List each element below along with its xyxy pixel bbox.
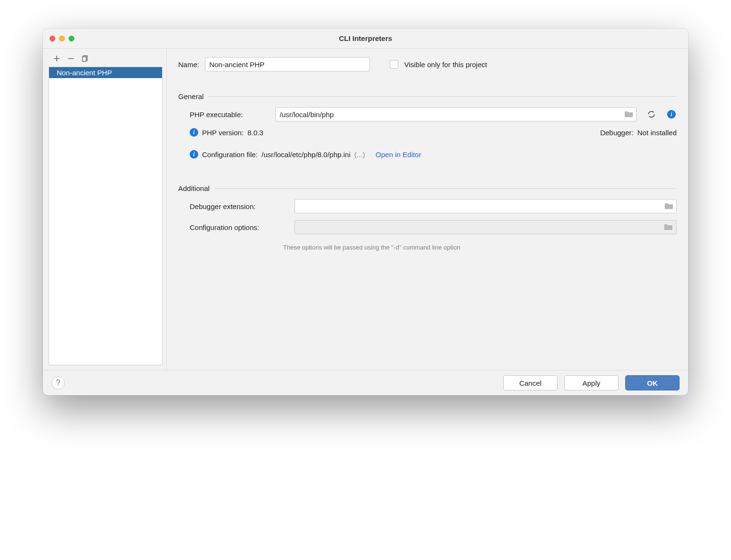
debugger-label: Debugger: xyxy=(600,129,633,137)
folder-icon[interactable] xyxy=(664,223,673,231)
remove-button[interactable] xyxy=(67,54,75,63)
config-file-label: Configuration file: xyxy=(202,150,258,159)
maximize-icon[interactable] xyxy=(69,36,74,41)
folder-icon[interactable] xyxy=(624,110,634,118)
list-item[interactable]: Non-ancient PHP xyxy=(49,67,162,78)
dialog-window: CLI Interpreters Non-ancient PHP Name: xyxy=(43,29,688,395)
php-version-label: PHP version: xyxy=(202,129,244,137)
visible-only-label: Visible only for this project xyxy=(404,60,487,69)
sidebar: Non-ancient PHP xyxy=(43,49,167,370)
main-panel: Name: Visible only for this project Gene… xyxy=(167,49,688,370)
apply-button[interactable]: Apply xyxy=(564,375,619,390)
visible-only-checkbox[interactable] xyxy=(390,60,398,69)
interpreter-list[interactable]: Non-ancient PHP xyxy=(49,67,162,365)
open-in-editor-link[interactable]: Open in Editor xyxy=(376,150,421,159)
reload-button[interactable] xyxy=(646,109,657,120)
php-executable-label: PHP executable: xyxy=(190,110,271,119)
config-file-more[interactable]: (...) xyxy=(355,150,366,159)
copy-button[interactable] xyxy=(81,54,90,63)
name-label: Name: xyxy=(178,60,199,69)
php-executable-input[interactable] xyxy=(275,107,637,121)
debugger-value: Not installed xyxy=(637,129,677,137)
info-icon: i xyxy=(190,128,198,137)
debugger-extension-label: Debugger extension: xyxy=(190,202,290,210)
folder-icon[interactable] xyxy=(664,202,674,210)
add-button[interactable] xyxy=(52,54,61,63)
titlebar: CLI Interpreters xyxy=(43,29,688,49)
minimize-icon[interactable] xyxy=(59,36,65,41)
additional-section-title: Additional xyxy=(178,184,677,192)
close-icon[interactable] xyxy=(50,36,55,41)
sidebar-toolbar xyxy=(49,53,162,67)
info-icon: i xyxy=(190,150,198,159)
config-options-label: Configuration options: xyxy=(190,223,290,231)
name-input[interactable] xyxy=(205,57,370,71)
cancel-button[interactable]: Cancel xyxy=(503,375,558,390)
info-button[interactable]: i xyxy=(666,109,677,120)
config-options-input[interactable] xyxy=(294,220,677,234)
help-button[interactable]: ? xyxy=(51,376,65,390)
window-title: CLI Interpreters xyxy=(43,34,688,42)
debugger-extension-input[interactable] xyxy=(294,199,677,213)
general-section-title: General xyxy=(178,92,677,100)
options-hint: These options will be passed using the '… xyxy=(283,244,677,251)
svg-rect-1 xyxy=(82,57,86,61)
config-file-value: /usr/local/etc/php/8.0/php.ini xyxy=(262,150,351,159)
window-controls xyxy=(50,36,74,41)
php-version-value: 8.0.3 xyxy=(247,129,263,137)
ok-button[interactable]: OK xyxy=(625,375,680,390)
footer: ? Cancel Apply OK xyxy=(43,370,688,395)
